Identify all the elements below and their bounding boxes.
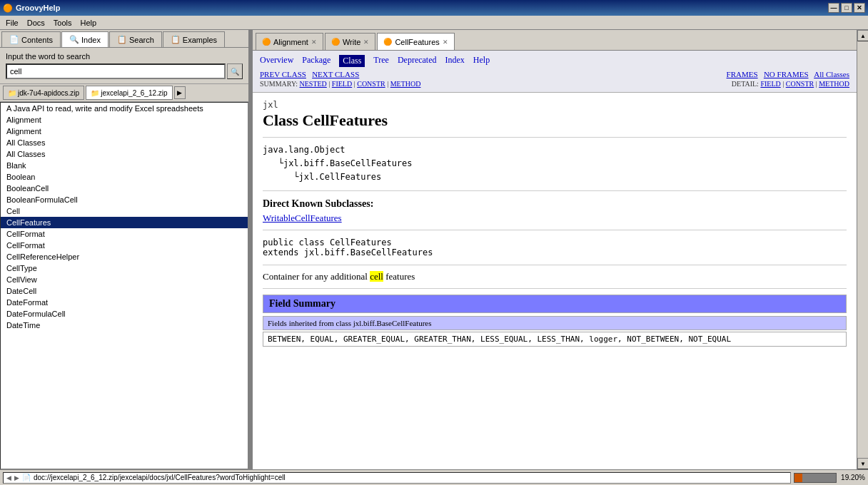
list-item[interactable]: A Java API to read, write and modify Exc… — [1, 103, 248, 114]
list-item[interactable]: DateFormat — [1, 297, 248, 308]
all-classes-link[interactable]: All Classes — [814, 70, 849, 78]
jar-jexcel-label: jexcelapi_2_6_12.zip — [101, 89, 167, 97]
next-class-link[interactable]: NEXT CLASS — [312, 70, 359, 78]
nav-tree[interactable]: Tree — [373, 55, 389, 67]
doc-icon: 📄 — [22, 474, 31, 481]
scroll-up-arrow[interactable]: ▲ — [857, 30, 868, 41]
menu-docs[interactable]: Docs — [23, 17, 49, 29]
content-tab-alignment[interactable]: 🟠 Alignment ✕ — [256, 33, 323, 50]
list-item[interactable]: BooleanFormulaCell — [1, 194, 248, 205]
write-tab-close[interactable]: ✕ — [363, 39, 369, 46]
summary-method[interactable]: METHOD — [390, 80, 421, 88]
left-panel: 📄 Contents 🔍 Index 📋 Search 📋 Examples — [0, 30, 250, 469]
jar-tab-jexcel[interactable]: 📁 jexcelapi_2_6_12.zip — [86, 86, 172, 100]
index-tab-label: Index — [81, 36, 101, 44]
frames-link[interactable]: FRAMES — [727, 70, 758, 78]
right-scrollbar[interactable]: ▲ ▼ — [857, 30, 868, 469]
statusbar: ◀ ▶ 📄 doc://jexcelapi_2_6_12.zip/jexcela… — [0, 469, 868, 485]
examples-tab-icon: 📋 — [171, 35, 181, 44]
main: 📄 Contents 🔍 Index 📋 Search 📋 Examples — [0, 30, 868, 485]
write-tab-icon: 🟠 — [331, 38, 340, 46]
tab-search[interactable]: 📋 Search — [109, 31, 162, 47]
list-item[interactable]: BooleanCell — [1, 183, 248, 194]
jar-jdk-icon: 📁 — [8, 89, 16, 97]
list-item[interactable]: Alignment — [1, 126, 248, 137]
detail-method[interactable]: METHOD — [819, 80, 849, 88]
maximize-button[interactable]: □ — [841, 3, 852, 13]
forward-arrow[interactable]: ▶ — [14, 474, 19, 481]
search-button[interactable]: 🔍 — [227, 63, 243, 79]
nav-class-active[interactable]: Class — [339, 55, 365, 67]
alignment-tab-label: Alignment — [273, 38, 308, 46]
direct-subclasses-label: Direct Known Subclasses: — [263, 198, 847, 210]
inherited-fields: BETWEEN, EQUAL, GREATER_EQUAL, GREATER_T… — [263, 332, 847, 347]
menu-tools[interactable]: Tools — [49, 17, 76, 29]
jar-tab-jdk[interactable]: 📁 jdk-7u4-apidocs.zip — [3, 86, 84, 100]
highlight-cell: cell — [370, 271, 383, 282]
no-frames-link[interactable]: NO FRAMES — [764, 70, 809, 78]
search-area: Input the word to search 🔍 — [0, 48, 248, 84]
writable-cell-features-link[interactable]: WritableCellFeatures — [263, 213, 342, 223]
list-item[interactable]: All Classes — [1, 137, 248, 148]
detail-row: DETAIL: FIELD | CONSTR | METHOD — [732, 80, 849, 88]
menu-help[interactable]: Help — [76, 17, 101, 29]
jar-jdk-label: jdk-7u4-apidocs.zip — [18, 89, 79, 97]
detail-field[interactable]: FIELD — [760, 80, 780, 88]
cellfeatures-tab-icon: 🟠 — [383, 38, 392, 46]
summary-constr[interactable]: CONSTR — [357, 80, 385, 88]
app-icon: 🟠 — [3, 4, 13, 13]
inherited-header: Fields inherited from class jxl.biff.Bas… — [263, 316, 847, 330]
content-tab-write[interactable]: 🟠 Write ✕ — [325, 33, 375, 50]
doc-content: Overview Package Class Tree Deprecated I… — [253, 51, 857, 469]
minimize-button[interactable]: — — [828, 3, 839, 13]
progress-bar-container — [794, 473, 837, 483]
doc-nav-top: Overview Package Class Tree Deprecated I… — [260, 55, 849, 67]
search-input[interactable] — [6, 63, 226, 79]
nav-index[interactable]: Index — [445, 55, 465, 67]
list-item-selected[interactable]: CellFeatures — [1, 217, 248, 228]
alignment-tab-icon: 🟠 — [262, 38, 271, 46]
tab-examples[interactable]: 📋 Examples — [163, 31, 225, 47]
doc-nav: Overview Package Class Tree Deprecated I… — [253, 51, 857, 93]
search-label: Input the word to search — [6, 52, 243, 61]
list-item[interactable]: Cell — [1, 205, 248, 217]
list-item[interactable]: CellType — [1, 262, 248, 274]
detail-constr[interactable]: CONSTR — [786, 80, 814, 88]
nav-package[interactable]: Package — [302, 55, 330, 67]
list-item[interactable]: CellFormat — [1, 228, 248, 240]
summary-field[interactable]: FIELD — [332, 80, 352, 88]
alignment-tab-close[interactable]: ✕ — [311, 39, 317, 46]
content-tabs: 🟠 Alignment ✕ 🟠 Write ✕ 🟠 CellFeatures ✕ — [253, 30, 857, 51]
list-item[interactable]: Blank — [1, 160, 248, 171]
close-button[interactable]: ✕ — [854, 3, 865, 13]
right-panel: 🟠 Alignment ✕ 🟠 Write ✕ 🟠 CellFeatures ✕ — [253, 30, 857, 469]
jar-tabbar: 📁 jdk-7u4-apidocs.zip 📁 jexcelapi_2_6_12… — [0, 84, 248, 102]
search-tab-label: Search — [129, 36, 154, 44]
scroll-track[interactable] — [857, 41, 868, 458]
list-item[interactable]: DateCell — [1, 285, 248, 297]
list-item[interactable]: CellFormat — [1, 240, 248, 251]
progress-label: 19.20% — [841, 474, 865, 481]
doc-nav-links: PREV CLASS NEXT CLASS FRAMES NO FRAMES A… — [260, 70, 849, 78]
nav-help[interactable]: Help — [473, 55, 490, 67]
back-arrow[interactable]: ◀ — [6, 474, 11, 481]
content-tab-cellfeatures[interactable]: 🟠 CellFeatures ✕ — [377, 33, 454, 50]
nav-deprecated[interactable]: Deprecated — [398, 55, 437, 67]
list-item[interactable]: DateFormulaCell — [1, 308, 248, 320]
list-item[interactable]: All Classes — [1, 148, 248, 160]
list-item[interactable]: CellReferenceHelper — [1, 251, 248, 262]
list-item[interactable]: DateTime — [1, 320, 248, 331]
tab-index[interactable]: 🔍 Index — [61, 31, 108, 47]
list-item[interactable]: Boolean — [1, 171, 248, 183]
list-item[interactable]: CellView — [1, 274, 248, 285]
scroll-down-arrow[interactable]: ▼ — [857, 458, 868, 469]
summary-nested[interactable]: NESTED — [300, 80, 327, 88]
list-item[interactable]: Alignment — [1, 114, 248, 126]
cellfeatures-tab-close[interactable]: ✕ — [443, 39, 448, 46]
jar-nav-button[interactable]: ▶ — [174, 86, 186, 99]
nav-overview[interactable]: Overview — [260, 55, 293, 67]
menu-file[interactable]: File — [1, 17, 23, 29]
prev-class-link[interactable]: PREV CLASS — [260, 70, 306, 78]
jar-jexcel-icon: 📁 — [91, 89, 99, 97]
tab-contents[interactable]: 📄 Contents — [1, 31, 61, 47]
